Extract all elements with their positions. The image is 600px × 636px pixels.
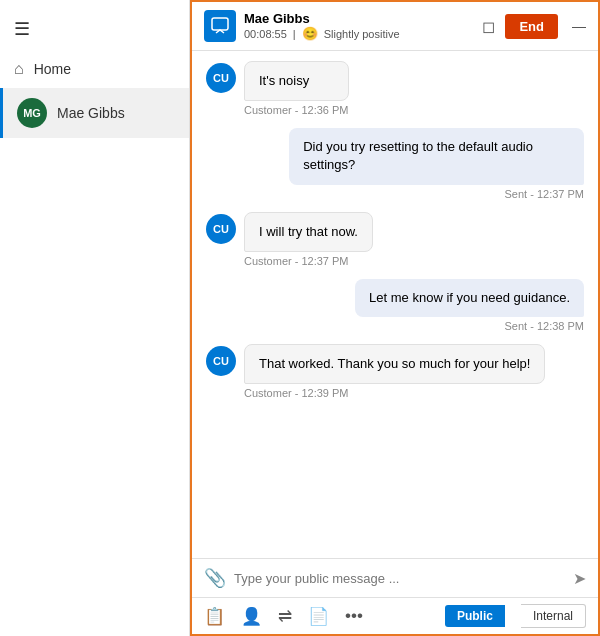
send-icon[interactable]: ➤ bbox=[573, 569, 586, 588]
sentiment-label: Slightly positive bbox=[324, 28, 400, 40]
sidebar-item-contact[interactable]: MG Mae Gibbs bbox=[0, 88, 189, 138]
menu-button[interactable]: ☰ bbox=[0, 8, 189, 50]
chat-header-actions: ◻ End — bbox=[482, 14, 586, 39]
hamburger-icon: ☰ bbox=[14, 18, 30, 40]
chat-header-info: Mae Gibbs 00:08:55 | 😊 Slightly positive bbox=[244, 11, 474, 41]
msg-timestamp-4: Sent - 12:38 PM bbox=[505, 320, 585, 332]
msg-timestamp-3: Customer - 12:37 PM bbox=[244, 255, 373, 267]
toolbar-icon-person[interactable]: 👤 bbox=[241, 606, 262, 627]
bottom-toolbar: 📋 👤 ⇌ 📄 ••• Public Internal bbox=[192, 597, 598, 634]
chat-header: Mae Gibbs 00:08:55 | 😊 Slightly positive… bbox=[192, 2, 598, 51]
home-icon: ⌂ bbox=[14, 60, 24, 78]
msg-bubble-1: It's noisy bbox=[244, 61, 349, 101]
sidebar-item-home[interactable]: ⌂ Home bbox=[0, 50, 189, 88]
avatar-cu-5: CU bbox=[206, 346, 236, 376]
toolbar-icon-document[interactable]: 📄 bbox=[308, 606, 329, 627]
chat-header-sub: 00:08:55 | 😊 Slightly positive bbox=[244, 26, 474, 41]
chat-channel-icon bbox=[204, 10, 236, 42]
message-row-1: CU It's noisy Customer - 12:36 PM bbox=[206, 61, 584, 116]
messages-area: CU It's noisy Customer - 12:36 PM Did yo… bbox=[192, 51, 598, 558]
toolbar-icon-more[interactable]: ••• bbox=[345, 606, 363, 626]
sentiment-icon: 😊 bbox=[302, 26, 318, 41]
monitor-icon[interactable]: ◻ bbox=[482, 17, 495, 36]
toolbar-icon-notes[interactable]: 📋 bbox=[204, 606, 225, 627]
avatar-cu-3: CU bbox=[206, 214, 236, 244]
chat-timer: 00:08:55 bbox=[244, 28, 287, 40]
toolbar-icon-transfer[interactable]: ⇌ bbox=[278, 606, 292, 627]
sidebar-contact-name: Mae Gibbs bbox=[57, 105, 125, 121]
minimize-icon[interactable]: — bbox=[572, 18, 586, 34]
message-row-2: Did you try resetting to the default aud… bbox=[206, 128, 584, 199]
mode-internal-button[interactable]: Internal bbox=[521, 604, 586, 628]
message-input[interactable] bbox=[234, 571, 565, 586]
chat-panel: Mae Gibbs 00:08:55 | 😊 Slightly positive… bbox=[190, 0, 600, 636]
chat-contact-name: Mae Gibbs bbox=[244, 11, 474, 26]
message-row-5: CU That worked. Thank you so much for yo… bbox=[206, 344, 584, 399]
mode-public-button[interactable]: Public bbox=[445, 605, 505, 627]
msg-timestamp-2: Sent - 12:37 PM bbox=[505, 188, 585, 200]
msg-bubble-4: Let me know if you need guidance. bbox=[355, 279, 584, 317]
sentiment-divider: | bbox=[293, 28, 296, 40]
msg-recv-content-1: It's noisy Customer - 12:36 PM bbox=[244, 61, 349, 116]
message-row-3: CU I will try that now. Customer - 12:37… bbox=[206, 212, 584, 267]
attach-icon[interactable]: 📎 bbox=[204, 567, 226, 589]
sidebar: ☰ ⌂ Home MG Mae Gibbs bbox=[0, 0, 190, 636]
msg-bubble-5: That worked. Thank you so much for your … bbox=[244, 344, 545, 384]
end-button[interactable]: End bbox=[505, 14, 558, 39]
avatar-cu-1: CU bbox=[206, 63, 236, 93]
svg-rect-0 bbox=[212, 18, 228, 30]
msg-bubble-3: I will try that now. bbox=[244, 212, 373, 252]
msg-bubble-2: Did you try resetting to the default aud… bbox=[289, 128, 584, 184]
msg-recv-content-3: I will try that now. Customer - 12:37 PM bbox=[244, 212, 373, 267]
input-area: 📎 ➤ bbox=[192, 558, 598, 597]
sidebar-home-label: Home bbox=[34, 61, 71, 77]
avatar: MG bbox=[17, 98, 47, 128]
msg-timestamp-1: Customer - 12:36 PM bbox=[244, 104, 349, 116]
msg-recv-content-5: That worked. Thank you so much for your … bbox=[244, 344, 545, 399]
message-row-4: Let me know if you need guidance. Sent -… bbox=[206, 279, 584, 332]
msg-timestamp-5: Customer - 12:39 PM bbox=[244, 387, 545, 399]
